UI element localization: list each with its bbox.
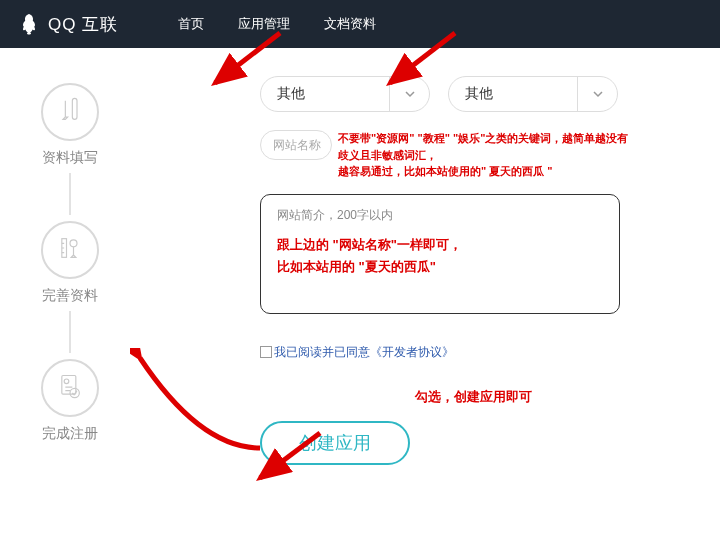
annotation-arrow-icon	[130, 348, 270, 458]
step-connector	[69, 311, 71, 353]
annotation-check: 勾选，创建应用即可	[415, 388, 532, 406]
agree-row: 我已阅读并已同意 《开发者协议》	[260, 344, 690, 361]
chevron-down-icon	[389, 77, 429, 111]
app-header: QQ 互联 首页 应用管理 文档资料	[0, 0, 720, 48]
steps-sidebar: 资料填写 完善资料 完成注册	[0, 48, 140, 465]
nav-home[interactable]: 首页	[178, 15, 204, 33]
create-app-button[interactable]: 创建应用	[260, 421, 410, 465]
step-improve-info: 完善资料	[41, 221, 99, 305]
step-label: 资料填写	[42, 149, 98, 167]
select-value: 其他	[449, 77, 577, 111]
penguin-icon	[18, 12, 42, 36]
step-label: 完善资料	[42, 287, 98, 305]
agree-text: 我已阅读并已同意	[274, 344, 370, 361]
doc-check-icon	[56, 372, 84, 404]
developer-agreement-link[interactable]: 《开发者协议》	[370, 344, 454, 361]
site-name-input[interactable]: 网站名称	[260, 130, 332, 160]
nav-doc[interactable]: 文档资料	[324, 15, 376, 33]
main-form: 其他 其他 网站名称 不要带"资源网" "教程" "娱乐"之类的关键词，越简单越…	[140, 48, 720, 465]
logo: QQ 互联	[18, 12, 118, 36]
desc-placeholder: 网站简介，200字以内	[277, 207, 603, 224]
header-nav: 首页 应用管理 文档资料	[178, 15, 376, 33]
annotation-site-name: 不要带"资源网" "教程" "娱乐"之类的关键词，越简单越没有歧义且非敏感词汇，…	[338, 130, 638, 180]
svg-point-3	[64, 379, 69, 384]
logo-text: QQ 互联	[48, 13, 118, 36]
svg-rect-2	[62, 376, 76, 395]
ruler-icon	[56, 234, 84, 266]
pencil-icon	[56, 96, 84, 128]
step-connector	[69, 173, 71, 215]
nav-app[interactable]: 应用管理	[238, 15, 290, 33]
agree-checkbox[interactable]	[260, 346, 272, 358]
step-complete: 完成注册	[41, 359, 99, 443]
step-label: 完成注册	[42, 425, 98, 443]
select-value: 其他	[261, 77, 389, 111]
category-select-2[interactable]: 其他	[448, 76, 618, 112]
site-desc-input[interactable]: 网站简介，200字以内 跟上边的 "网站名称"一样即可， 比如本站用的 "夏天的…	[260, 194, 620, 314]
svg-point-1	[70, 240, 77, 247]
annotation-desc: 跟上边的 "网站名称"一样即可， 比如本站用的 "夏天的西瓜"	[277, 234, 603, 278]
chevron-down-icon	[577, 77, 617, 111]
category-select-1[interactable]: 其他	[260, 76, 430, 112]
step-fill-info: 资料填写	[41, 83, 99, 167]
